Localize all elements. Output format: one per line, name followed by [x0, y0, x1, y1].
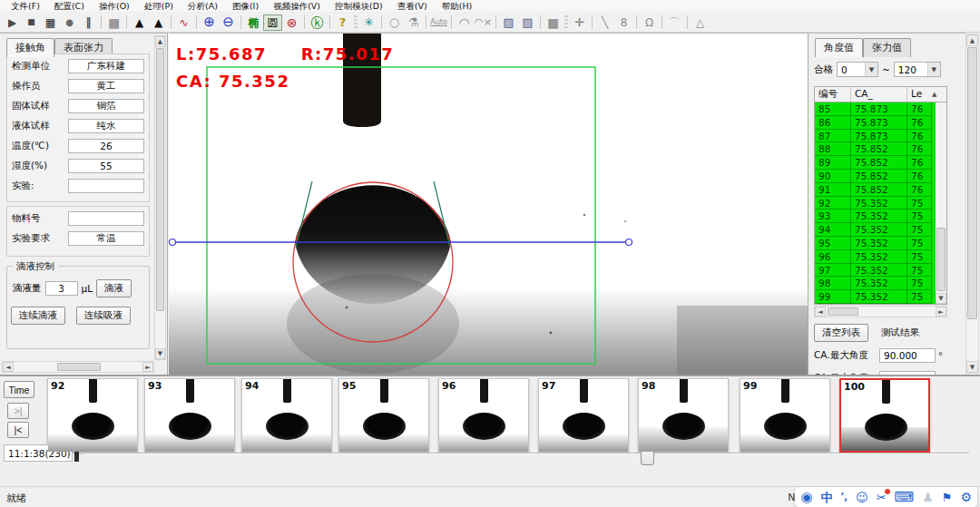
two-circle-tool-icon[interactable]: 8	[614, 15, 633, 31]
table-row[interactable]: 9475.35275	[815, 223, 946, 237]
menu-view[interactable]: 查看(V)	[390, 0, 435, 13]
table-row[interactable]: 9275.35275	[815, 197, 946, 210]
camera-icon[interactable]: ▦	[41, 15, 60, 31]
range-min-combo[interactable]: 0 ▼	[837, 62, 878, 77]
temperature-input[interactable]	[68, 139, 144, 153]
tilt-chart2-icon[interactable]: ▨	[518, 15, 537, 31]
menu-config[interactable]: 配置(C)	[47, 0, 92, 13]
ring-tool-icon[interactable]: ○	[385, 15, 404, 31]
k-method-icon[interactable]: ⓚ	[308, 15, 327, 31]
scrollbar-thumb[interactable]	[967, 47, 977, 319]
gray-frame-icon[interactable]: ■	[544, 15, 563, 31]
record-icon[interactable]: ●	[60, 15, 79, 31]
angle-table[interactable]: 编号 CA_ Le ▲ 8575.87376 8675.87376 8775.8…	[814, 86, 947, 305]
tab-contact-angle[interactable]: 接触角	[6, 38, 54, 57]
table-row[interactable]: 8675.87376	[815, 116, 946, 130]
scroll-down-icon[interactable]: ▼	[155, 348, 165, 359]
curve-fit-icon[interactable]: ∿	[174, 15, 193, 31]
table-vscrollbar[interactable]: ▼	[936, 102, 946, 304]
baseline-left-handle[interactable]	[170, 239, 176, 246]
width-method-icon[interactable]: ⊛	[282, 15, 301, 31]
continuous-suck-button[interactable]: 连续吸液	[76, 307, 131, 325]
ellipse-method-icon[interactable]: 椭	[244, 15, 263, 31]
baseline-circle-icon[interactable]: ⊖	[219, 15, 238, 31]
experiment-req-input[interactable]	[68, 231, 144, 246]
ime-toolbar[interactable]: ◉ 中 ’, ☺ ✂ ⌨ ♟ ⚑ ⚙	[795, 487, 977, 507]
dome-tool-icon[interactable]: ◠	[455, 15, 474, 31]
left-panel-vscrollbar[interactable]: ▲ ▼	[154, 35, 166, 360]
stop-icon[interactable]: ■	[22, 15, 41, 31]
menu-operate[interactable]: 操作(O)	[92, 0, 137, 13]
tab-tension-values[interactable]: 张力值	[863, 38, 911, 57]
user-avatar-icon[interactable]: ◉	[800, 491, 812, 504]
frame-thumbnail[interactable]: 92	[47, 378, 138, 453]
chevron-down-icon[interactable]: ▼	[927, 63, 940, 76]
frame-thumbnail[interactable]: 98	[638, 378, 729, 453]
scroll-right-icon[interactable]: ►	[142, 362, 153, 372]
line-tool-icon[interactable]: ╲	[595, 15, 614, 31]
operator-input[interactable]	[68, 79, 144, 93]
table-row[interactable]: 8875.85276	[815, 142, 946, 156]
scrollbar-thumb[interactable]	[936, 228, 946, 291]
play-icon[interactable]: ▶	[3, 15, 22, 31]
frame-thumbnail[interactable]: 99	[740, 378, 830, 453]
skin-icon[interactable]: ⚑	[942, 492, 953, 503]
frame-thumbnail[interactable]: 93	[144, 378, 235, 453]
chevron-down-icon[interactable]: ▼	[865, 63, 877, 76]
scroll-down-icon[interactable]: ▼	[966, 361, 978, 373]
hand-tool-icon[interactable]: ✛	[570, 15, 589, 31]
frame-thumbnail[interactable]: 96	[438, 378, 529, 453]
menu-control-module[interactable]: 控制模块(D)	[328, 0, 390, 13]
scroll-up-icon[interactable]: ▲	[155, 36, 165, 47]
time-button[interactable]: Time	[4, 381, 34, 398]
pause-icon[interactable]: ‖	[79, 15, 98, 31]
auto-tool-icon[interactable]: Auto	[429, 15, 448, 31]
drop-profile-left-icon[interactable]: ▲	[130, 15, 149, 31]
menu-help[interactable]: 帮助(H)	[435, 0, 480, 13]
frame-slider-track[interactable]	[83, 453, 969, 454]
flask-tool-icon[interactable]: ⚗	[404, 15, 423, 31]
drop-volume-input[interactable]	[45, 281, 78, 296]
go-last-button[interactable]: >|	[7, 403, 29, 419]
experiment-input[interactable]	[68, 179, 144, 193]
circle-method-icon[interactable]: 圆	[263, 15, 282, 31]
sort-asc-icon[interactable]: ▲	[932, 87, 936, 102]
keyboard-icon[interactable]: ⌨	[895, 491, 915, 504]
scroll-down-icon[interactable]: ▼	[936, 293, 946, 304]
scrollbar-thumb[interactable]	[828, 307, 858, 316]
table-row[interactable]: 9575.35275	[815, 237, 946, 250]
menu-file[interactable]: 文件(F)	[4, 0, 47, 13]
frame-thumbnail[interactable]: 97	[538, 378, 629, 453]
tab-angle-values[interactable]: 角度值	[815, 38, 863, 57]
arc-tool-icon[interactable]: ⌒	[665, 15, 684, 31]
clear-list-button[interactable]: 清空列表	[814, 324, 868, 342]
user-silhouette-icon[interactable]: ♟	[922, 491, 934, 503]
angle-tool-icon[interactable]: Ω	[640, 15, 659, 31]
dome-clear-icon[interactable]: ◠×	[474, 15, 493, 31]
drop-image-canvas[interactable]: L:75.687 R:75.017 CA: 75.352	[169, 33, 808, 375]
column-header[interactable]: Le	[907, 87, 932, 102]
detect-unit-input[interactable]	[68, 59, 144, 73]
capture-frame-icon[interactable]: ■	[104, 15, 123, 31]
range-max-combo[interactable]: 120 ▼	[894, 62, 941, 77]
table-hscrollbar[interactable]: ◄ ►	[814, 306, 947, 317]
left-panel-hscrollbar[interactable]: ◄ ►	[2, 361, 154, 373]
table-row[interactable]: 9175.85276	[815, 183, 946, 197]
table-row[interactable]: 8575.87376	[815, 102, 946, 116]
table-row[interactable]: 9875.35275	[815, 277, 946, 290]
frame-thumbnail-selected[interactable]: 100	[839, 378, 930, 453]
help-icon[interactable]: ?	[333, 15, 352, 31]
solid-sample-input[interactable]	[68, 99, 144, 113]
max-angle-input[interactable]	[879, 348, 936, 363]
baseline-right-handle[interactable]	[626, 239, 632, 246]
menu-process[interactable]: 处理(P)	[137, 0, 181, 13]
table-row[interactable]: 9975.35275	[815, 290, 946, 304]
humidity-input[interactable]	[68, 159, 144, 173]
table-row[interactable]: 8975.85276	[815, 156, 946, 170]
table-row[interactable]: 9075.85276	[815, 170, 946, 183]
scrollbar-thumb[interactable]	[156, 48, 164, 311]
chinese-mode-icon[interactable]: 中	[820, 492, 832, 503]
column-header[interactable]: CA_	[851, 87, 907, 102]
dispense-button[interactable]: 滴液	[96, 279, 132, 297]
scroll-left-icon[interactable]: ◄	[815, 307, 826, 317]
